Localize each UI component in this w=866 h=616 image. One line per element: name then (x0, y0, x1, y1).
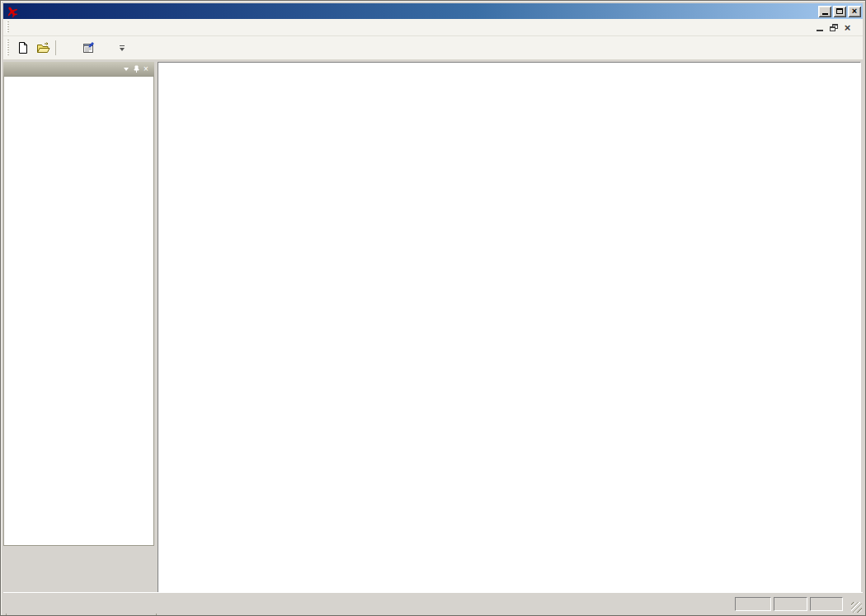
minimize-button[interactable] (818, 6, 831, 17)
properties-button[interactable] (78, 39, 98, 58)
properties-header[interactable]: × (3, 62, 154, 76)
properties-pane: × (3, 62, 154, 592)
mdi-minimize-button[interactable] (812, 21, 826, 34)
pane-menu-icon[interactable] (121, 64, 131, 73)
new-document-icon (16, 41, 30, 54)
toolbar-options-chevron[interactable] (120, 45, 125, 51)
maximize-button[interactable] (833, 6, 846, 17)
pin-icon[interactable] (131, 64, 141, 73)
menu-view[interactable] (26, 26, 40, 29)
toolbar-separator (55, 40, 56, 55)
toolbar (3, 36, 863, 60)
menu-analyze[interactable] (40, 26, 53, 29)
properties-grid (3, 76, 154, 546)
menubar-grip[interactable] (7, 21, 9, 33)
menu-window[interactable] (53, 26, 66, 29)
resize-grip[interactable] (851, 602, 862, 613)
menu-help[interactable] (66, 26, 79, 29)
help-button[interactable] (98, 39, 118, 58)
status-bar (3, 592, 863, 614)
app-window: × × (0, 0, 866, 616)
open-folder-icon (36, 41, 50, 54)
status-panel-num (774, 597, 807, 611)
new-document-button[interactable] (13, 39, 33, 58)
mdi-close-button[interactable]: × (840, 21, 854, 34)
properties-sheet-icon (82, 41, 95, 54)
menu-bar: × (3, 19, 863, 36)
close-button[interactable]: × (848, 6, 861, 17)
title-bar[interactable]: × (3, 3, 863, 19)
status-panel-1 (735, 597, 771, 611)
airplane-icon (5, 5, 18, 18)
pane-close-icon[interactable]: × (141, 64, 151, 73)
waterfall-3d-chart[interactable] (158, 63, 860, 592)
mdi-restore-button[interactable] (826, 21, 840, 34)
spectrogram-pane (158, 62, 861, 593)
open-file-button[interactable] (33, 39, 53, 58)
menu-file[interactable] (13, 26, 26, 29)
toolbar-grip[interactable] (7, 40, 9, 56)
status-panel-2 (810, 597, 843, 611)
calibration-button[interactable] (59, 39, 78, 58)
